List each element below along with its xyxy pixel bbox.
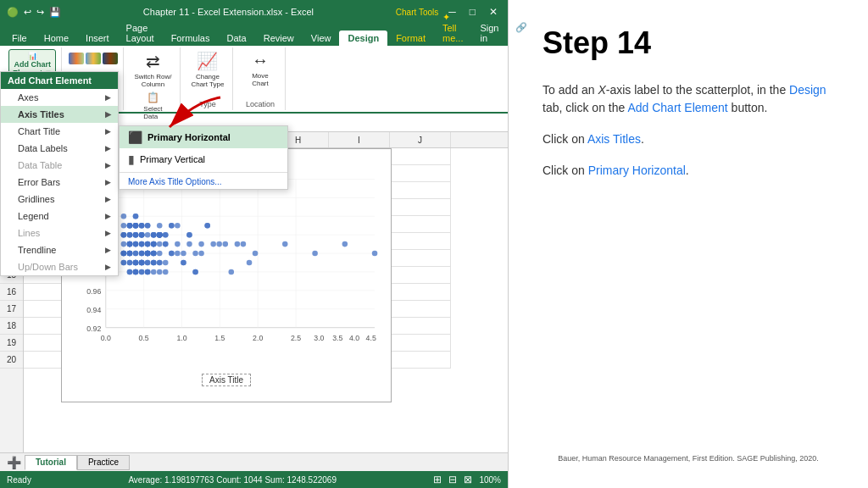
svg-point-167 [127, 251, 133, 257]
svg-point-197 [139, 260, 145, 266]
axis-titles-submenu: ⬛ Primary Horizontal ▮ Primary Vertical … [119, 125, 288, 190]
row-16[interactable]: 16 [0, 284, 23, 301]
add-chart-element-link[interactable]: Add Chart Element [627, 101, 727, 114]
primary-horizontal-link[interactable]: Primary Horizontal [588, 164, 686, 177]
switch-row-column-button[interactable]: ⇄ Switch Row/Column [131, 49, 175, 90]
axis-titles-link[interactable]: Axis Titles [587, 132, 641, 146]
quick-access-undo[interactable]: ↩ [24, 7, 31, 18]
sheet-tab-practice[interactable]: Practice [77, 455, 130, 470]
menu-item-axis-titles[interactable]: Axis Titles [1, 106, 118, 123]
tab-tell-me[interactable]: ✦ Tell me... [434, 9, 471, 46]
cell-j17[interactable] [390, 301, 451, 318]
tab-home[interactable]: Home [36, 30, 77, 46]
col-header-j[interactable]: J [390, 132, 451, 147]
row-18[interactable]: 18 [0, 318, 23, 335]
move-chart-button[interactable]: ↔ MoveChart [248, 49, 272, 89]
row-17[interactable]: 17 [0, 301, 23, 318]
menu-item-updown-bars[interactable]: Up/Down Bars [1, 258, 118, 275]
svg-point-109 [169, 223, 175, 229]
menu-item-data-labels[interactable]: Data Labels [1, 140, 118, 157]
svg-text:1.0: 1.0 [176, 334, 186, 342]
cell-j12[interactable] [390, 216, 451, 233]
svg-point-162 [121, 223, 127, 229]
window-title: Chapter 11 - Excel Extension.xlsx - Exce… [61, 7, 396, 17]
cell-j10[interactable] [390, 182, 451, 199]
sheet-tab-tutorial[interactable]: Tutorial [25, 455, 77, 470]
view-page-break-icon[interactable]: ⊠ [464, 474, 472, 485]
tab-format[interactable]: Format [387, 30, 434, 46]
tab-insert[interactable]: Insert [77, 30, 118, 46]
view-normal-icon[interactable]: ⊞ [433, 474, 442, 485]
instruction-para-3: Click on Primary Horizontal. [542, 162, 834, 180]
svg-point-177 [157, 251, 163, 257]
svg-point-100 [163, 260, 169, 266]
svg-point-86 [133, 214, 139, 219]
ribbon-group-type: 📈 ChangeChart Type Type [182, 47, 233, 110]
submenu-primary-vertical[interactable]: ▮ Primary Vertical [120, 148, 287, 170]
axis-title-textbox[interactable]: Axis Title [202, 374, 251, 386]
col-header-i[interactable]: I [329, 132, 390, 147]
menu-item-gridlines[interactable]: Gridlines [1, 191, 118, 208]
svg-point-126 [121, 232, 127, 238]
svg-point-201 [372, 251, 378, 257]
svg-point-151 [216, 241, 222, 247]
tab-formulas[interactable]: Formulas [163, 30, 219, 46]
cell-j20[interactable] [390, 352, 451, 369]
menu-item-legend[interactable]: Legend [1, 208, 118, 225]
svg-point-83 [121, 241, 127, 247]
svg-text:2.5: 2.5 [291, 334, 301, 342]
menu-item-chart-title[interactable]: Chart Title [1, 123, 118, 140]
menu-item-data-table[interactable]: Data Table [1, 157, 118, 174]
menu-item-lines[interactable]: Lines [1, 225, 118, 241]
menu-item-axes[interactable]: Axes [1, 89, 118, 106]
quick-access-save[interactable]: 💾 [49, 7, 61, 18]
svg-point-127 [151, 241, 157, 247]
svg-text:0.5: 0.5 [139, 334, 149, 342]
tab-share[interactable]: 🔗 Share [507, 19, 548, 46]
cell-j18[interactable] [390, 318, 451, 335]
cell-j13[interactable] [390, 233, 451, 250]
submenu-primary-horizontal[interactable]: ⬛ Primary Horizontal [120, 126, 287, 148]
ribbon-tabs: File Home Insert Page Layout Formulas Da… [0, 24, 508, 46]
tab-page-layout[interactable]: Page Layout [118, 20, 163, 46]
svg-text:4.5: 4.5 [366, 334, 376, 342]
cell-j14[interactable] [390, 250, 451, 267]
svg-point-185 [127, 241, 133, 247]
cell-j15[interactable] [390, 267, 451, 284]
close-button[interactable]: ✕ [486, 6, 501, 18]
quick-access-redo[interactable]: ↪ [36, 7, 44, 18]
cell-j19[interactable] [390, 335, 451, 352]
svg-point-173 [204, 223, 210, 229]
svg-point-168 [181, 260, 186, 266]
svg-point-145 [139, 223, 145, 229]
excel-logo-icon: 🟢 [7, 7, 19, 18]
add-sheet-button[interactable]: ➕ [3, 456, 25, 469]
menu-item-error-bars[interactable]: Error Bars [1, 174, 118, 191]
change-chart-type-icon: 📈 [197, 51, 218, 71]
cell-j9[interactable] [390, 165, 451, 182]
tab-file[interactable]: File [3, 30, 36, 46]
tab-view[interactable]: View [303, 30, 340, 46]
tab-data[interactable]: Data [218, 30, 254, 46]
menu-item-trendline[interactable]: Trendline [1, 241, 118, 258]
row-20[interactable]: 20 [0, 352, 23, 369]
svg-point-143 [121, 251, 127, 257]
svg-point-105 [186, 241, 192, 247]
cell-j8[interactable] [390, 148, 451, 165]
design-link[interactable]: Design [789, 83, 826, 97]
more-axis-title-options-link[interactable]: More Axis Title Options... [120, 175, 287, 189]
cell-j16[interactable] [390, 284, 451, 301]
change-chart-type-button[interactable]: 📈 ChangeChart Type [187, 49, 227, 90]
tab-design[interactable]: Design [339, 30, 387, 46]
tab-sign-in[interactable]: Sign in [471, 20, 507, 46]
instruction-para-1: To add an X-axis label to the scatterplo… [542, 81, 834, 117]
svg-text:2.0: 2.0 [253, 334, 263, 342]
tab-review[interactable]: Review [255, 30, 303, 46]
svg-point-192 [145, 251, 151, 257]
view-layout-icon[interactable]: ⊟ [448, 474, 457, 485]
status-bar: Ready Average: 1.198197763 Count: 1044 S… [0, 471, 508, 488]
cell-j11[interactable] [390, 199, 451, 216]
select-data-button[interactable]: 📋 SelectData [140, 90, 165, 122]
row-19[interactable]: 19 [0, 335, 23, 352]
chart-tools-label: Chart Tools [396, 8, 438, 17]
